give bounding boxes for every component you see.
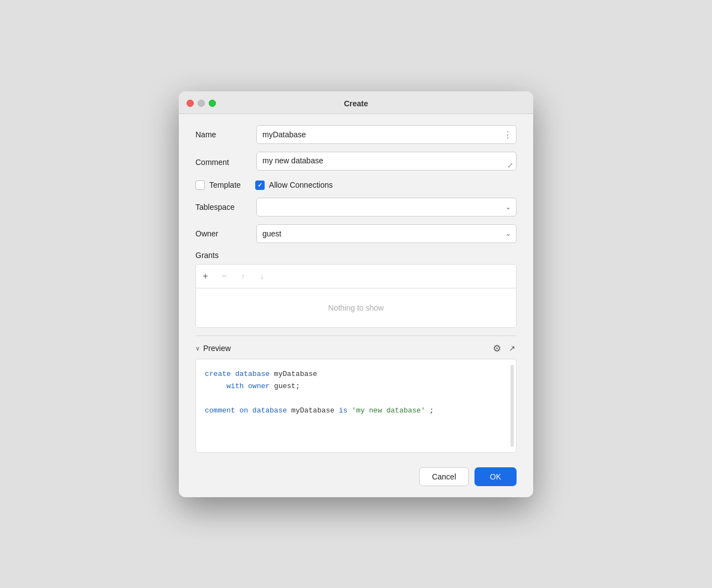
preview-settings-button[interactable]: ⚙ [492,342,502,355]
comment-input[interactable]: my new database [256,152,517,171]
code-string-value: 'my new database' [352,406,425,415]
allow-connections-checkbox-item: Allow Connections [255,180,333,190]
preview-header-right: ⚙ ↗ [492,342,517,355]
maximize-button[interactable] [209,100,216,107]
dialog-title: Create [344,99,368,108]
name-label: Name [195,130,256,139]
code-line-3 [205,393,507,405]
code-kw-comment: comment [205,406,235,415]
preview-header-left: ∨ Preview [195,344,231,353]
checkboxes-row: Template Allow Connections [195,180,517,190]
move-up-grant-button[interactable]: ↑ [236,269,250,283]
code-line-2: with owner guest; [205,380,507,393]
create-dialog: Create Name ⋮ Comment my new database ⤢ [179,91,533,497]
preview-section: ∨ Preview ⚙ ↗ create database myDatabase [195,342,517,453]
template-label: Template [209,180,241,189]
owner-select[interactable]: guest [256,224,517,243]
tablespace-row: Tablespace ⌄ [195,198,517,216]
divider [195,336,517,336]
owner-select-wrapper: guest ⌄ [256,224,517,243]
tablespace-label: Tablespace [195,203,256,212]
allow-connections-checkbox[interactable] [255,180,265,190]
preview-header: ∨ Preview ⚙ ↗ [195,342,517,355]
preview-scrollbar[interactable] [510,365,514,447]
code-kw-with: with [226,382,244,390]
grants-table-area: Nothing to show [196,288,516,327]
code-kw-owner: owner [248,382,270,390]
name-row: Name ⋮ [195,125,517,144]
grants-section: Grants + − ↑ ↓ Nothing to show [195,251,517,328]
grants-label: Grants [195,251,517,260]
title-bar: Create [179,91,533,114]
remove-grant-button[interactable]: − [217,269,231,283]
preview-collapse-icon[interactable]: ∨ [195,345,200,352]
tablespace-select-wrapper: ⌄ [256,198,517,216]
name-options-icon[interactable]: ⋮ [503,129,512,140]
code-kw-on: on [239,406,248,415]
owner-label: Owner [195,229,256,238]
code-kw-is: is [339,406,348,415]
owner-row: Owner guest ⌄ [195,224,517,243]
grants-toolbar: + − ↑ ↓ [196,265,516,288]
template-checkbox-item: Template [195,180,241,190]
grants-container: + − ↑ ↓ Nothing to show [195,264,517,328]
comment-input-wrapper: my new database ⤢ [256,152,517,173]
code-kw-database2: database [252,406,287,415]
comment-label: Comment [195,158,256,167]
footer-buttons: Cancel OK [179,458,533,486]
traffic-lights [187,100,216,107]
move-down-grant-button[interactable]: ↓ [255,269,269,283]
checkbox-group: Template Allow Connections [195,180,333,190]
comment-row: Comment my new database ⤢ [195,152,517,173]
form-content: Name ⋮ Comment my new database ⤢ Templat… [179,114,533,458]
nothing-to-show-label: Nothing to show [328,303,384,312]
close-button[interactable] [187,100,194,107]
cancel-button[interactable]: Cancel [419,467,469,486]
preview-label: Preview [203,344,231,353]
allow-connections-label: Allow Connections [269,180,333,189]
code-line-1: create database myDatabase [205,368,507,380]
code-line-4: comment on database myDatabase is 'my ne… [205,405,507,417]
add-grant-button[interactable]: + [198,269,213,283]
name-input[interactable] [256,125,517,144]
preview-code-block: create database myDatabase with owner gu… [195,359,517,453]
code-kw-database: database [235,370,270,378]
code-kw-create: create [205,370,231,378]
expand-icon[interactable]: ⤢ [507,161,513,169]
tablespace-select[interactable] [256,198,517,216]
template-checkbox[interactable] [195,180,205,190]
minimize-button[interactable] [198,100,205,107]
ok-button[interactable]: OK [474,467,517,486]
preview-export-button[interactable]: ↗ [508,343,517,354]
name-input-wrapper: ⋮ [256,125,517,144]
